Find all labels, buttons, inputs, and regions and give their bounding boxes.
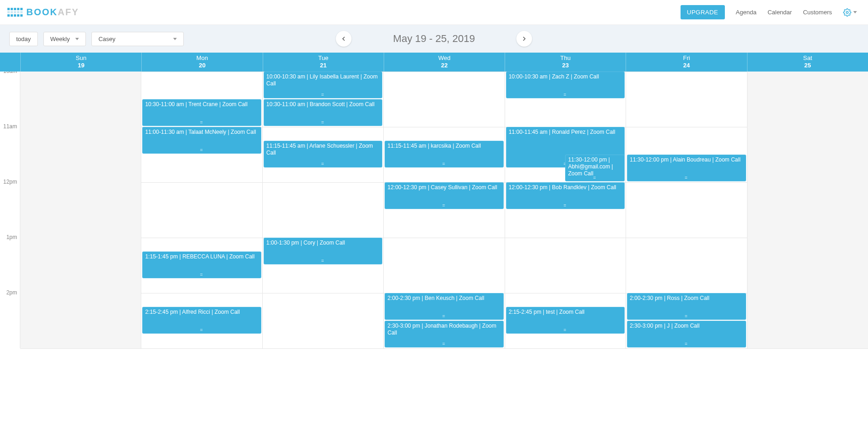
- calendar-event[interactable]: 10:00-10:30 am | Zach Z | Zoom Call=: [506, 72, 625, 98]
- upgrade-button[interactable]: UPGRADE: [681, 5, 725, 19]
- day-header[interactable]: Wed22: [384, 53, 505, 72]
- resize-handle-icon[interactable]: =: [685, 314, 688, 320]
- day-header[interactable]: Sat25: [747, 53, 868, 72]
- calendar-event[interactable]: 10:00-10:30 am | Lily Isabella Laurent |…: [264, 72, 382, 98]
- settings-menu[interactable]: [843, 8, 857, 17]
- calendar-event[interactable]: 11:30-12:00 pm | Alain Boudreau | Zoom C…: [627, 155, 746, 181]
- svg-point-0: [846, 11, 849, 13]
- calendar-toolbar: today Weekly Casey May 19 - 25, 2019: [0, 25, 868, 53]
- range-nav: May 19 - 25, 2019: [336, 31, 532, 47]
- day-column[interactable]: [20, 72, 141, 348]
- calendar-event[interactable]: 11:15-11:45 am | Arlane Schuessler | Zoo…: [264, 141, 382, 168]
- day-column[interactable]: 11:30-12:00 pm | Alain Boudreau | Zoom C…: [626, 72, 747, 348]
- prev-week-button[interactable]: [336, 31, 351, 47]
- calendar-event[interactable]: 10:30-11:00 am | Trent Crane | Zoom Call…: [142, 99, 261, 126]
- topbar: BOOKAFY UPGRADE Agenda Calendar Customer…: [0, 0, 868, 25]
- view-select-label: Weekly: [50, 36, 70, 42]
- resize-handle-icon[interactable]: =: [321, 120, 325, 126]
- resize-handle-icon[interactable]: =: [593, 175, 597, 181]
- staff-select-label: Casey: [98, 36, 115, 42]
- nav-agenda[interactable]: Agenda: [736, 9, 757, 16]
- resize-handle-icon[interactable]: =: [200, 328, 204, 334]
- day-column[interactable]: 10:00-10:30 am | Zach Z | Zoom Call=11:0…: [505, 72, 626, 348]
- calendar-event[interactable]: 2:15-2:45 pm | Alfred Ricci | Zoom Call=: [142, 307, 261, 334]
- day-header[interactable]: Thu23: [505, 53, 626, 72]
- nav-customers[interactable]: Customers: [803, 9, 832, 16]
- calendar-event[interactable]: 11:15-11:45 am | karcsika | Zoom Call=: [385, 141, 503, 168]
- calendar-event[interactable]: 10:30-11:00 am | Brandon Scott | Zoom Ca…: [264, 99, 382, 126]
- resize-handle-icon[interactable]: =: [200, 120, 204, 126]
- resize-handle-icon[interactable]: =: [685, 175, 688, 181]
- resize-handle-icon[interactable]: =: [321, 92, 325, 98]
- caret-down-icon: [853, 11, 857, 13]
- gutter-head: [0, 53, 20, 72]
- resize-handle-icon[interactable]: =: [563, 203, 567, 209]
- day-header[interactable]: Mon20: [141, 53, 262, 72]
- calendar-event[interactable]: 2:00-2:30 pm | Ross | Zoom Call=: [627, 293, 746, 320]
- day-column[interactable]: 10:30-11:00 am | Trent Crane | Zoom Call…: [141, 72, 262, 348]
- today-button[interactable]: today: [9, 32, 38, 46]
- date-range-title: May 19 - 25, 2019: [393, 33, 475, 45]
- top-nav: UPGRADE Agenda Calendar Customers: [681, 5, 857, 19]
- resize-handle-icon[interactable]: =: [442, 314, 446, 320]
- resize-handle-icon[interactable]: =: [442, 203, 446, 209]
- calendar-event[interactable]: 2:30-3:00 pm | J | Zoom Call=: [627, 321, 746, 347]
- hour-label: 12pm: [0, 179, 20, 234]
- calendar-event[interactable]: 1:00-1:30 pm | Cory | Zoom Call=: [264, 238, 382, 264]
- resize-handle-icon[interactable]: =: [685, 341, 688, 347]
- day-columns: 10:30-11:00 am | Trent Crane | Zoom Call…: [20, 72, 868, 348]
- chevron-left-icon: [341, 36, 346, 41]
- resize-handle-icon[interactable]: =: [442, 341, 446, 347]
- nav-calendar[interactable]: Calendar: [767, 9, 792, 16]
- caret-down-icon: [173, 38, 177, 40]
- time-gutter: 10am11am12pm1pm2pm: [0, 72, 20, 348]
- resize-handle-icon[interactable]: =: [200, 272, 204, 278]
- resize-handle-icon[interactable]: =: [563, 328, 567, 334]
- hour-label: 2pm: [0, 289, 20, 345]
- day-column[interactable]: 10:00-10:30 am | Lily Isabella Laurent |…: [263, 72, 384, 348]
- calendar-event[interactable]: 11:00-11:30 am | Talaat McNeely | Zoom C…: [142, 127, 261, 154]
- hour-label: 11am: [0, 123, 20, 179]
- calendar-event[interactable]: 1:15-1:45 pm | REBECCA LUNA | Zoom Call=: [142, 251, 261, 278]
- day-header[interactable]: Sun19: [20, 53, 141, 72]
- logo-icon: [7, 8, 23, 17]
- logo-text: BOOKAFY: [26, 7, 79, 18]
- resize-handle-icon[interactable]: =: [200, 148, 204, 154]
- calendar-body[interactable]: 10am11am12pm1pm2pm 10:30-11:00 am | Tren…: [0, 72, 868, 425]
- calendar-event[interactable]: 2:30-3:00 pm | Jonathan Rodebaugh | Zoom…: [385, 321, 503, 347]
- staff-select[interactable]: Casey: [91, 32, 184, 46]
- resize-handle-icon[interactable]: =: [321, 162, 325, 168]
- resize-handle-icon[interactable]: =: [442, 162, 446, 168]
- day-header[interactable]: Tue21: [263, 53, 384, 72]
- logo[interactable]: BOOKAFY: [7, 7, 79, 18]
- calendar: Sun19Mon20Tue21Wed22Thu23Fri24Sat25 10am…: [0, 53, 868, 425]
- caret-down-icon: [75, 38, 79, 40]
- gear-icon: [843, 8, 851, 17]
- day-header[interactable]: Fri24: [626, 53, 747, 72]
- hour-label: 10am: [0, 72, 20, 123]
- next-week-button[interactable]: [517, 31, 532, 47]
- calendar-event[interactable]: 2:00-2:30 pm | Ben Keusch | Zoom Call=: [385, 293, 503, 320]
- chevron-right-icon: [522, 36, 527, 41]
- calendar-event[interactable]: 12:00-12:30 pm | Casey Sullivan | Zoom C…: [385, 182, 503, 209]
- day-column[interactable]: [747, 72, 868, 348]
- calendar-header: Sun19Mon20Tue21Wed22Thu23Fri24Sat25: [0, 53, 868, 72]
- calendar-event[interactable]: 2:15-2:45 pm | test | Zoom Call=: [506, 307, 625, 334]
- resize-handle-icon[interactable]: =: [563, 92, 567, 98]
- view-select[interactable]: Weekly: [43, 32, 86, 46]
- day-column[interactable]: 11:15-11:45 am | karcsika | Zoom Call=12…: [384, 72, 505, 348]
- calendar-event[interactable]: 12:00-12:30 pm | Bob Randklev | Zoom Cal…: [506, 182, 625, 209]
- resize-handle-icon[interactable]: =: [321, 258, 325, 264]
- calendar-event[interactable]: 11:30-12:00 pm | Abhi@gmail.com | Zoom C…: [565, 155, 625, 181]
- hour-label: 1pm: [0, 234, 20, 289]
